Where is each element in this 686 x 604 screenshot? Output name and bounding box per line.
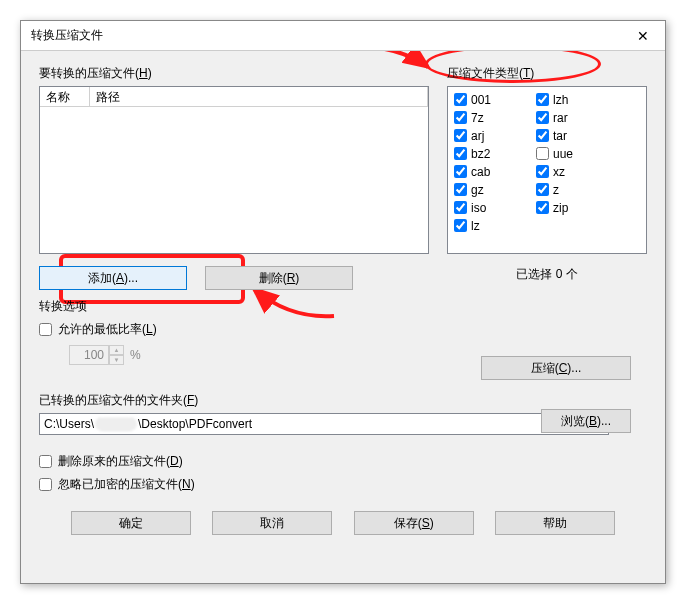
- selected-count: 已选择 0 个: [447, 266, 647, 283]
- type-checkbox-uue[interactable]: [536, 147, 549, 160]
- type-checkbox-7z[interactable]: [454, 111, 467, 124]
- type-item-zip[interactable]: zip: [536, 199, 618, 216]
- min-ratio-label: 允许的最低比率(L): [58, 321, 157, 338]
- type-checkbox-arj[interactable]: [454, 129, 467, 142]
- delete-original-label: 删除原来的压缩文件(D): [58, 453, 183, 470]
- type-label: bz2: [471, 147, 490, 161]
- type-checkbox-xz[interactable]: [536, 165, 549, 178]
- type-checkbox-tar[interactable]: [536, 129, 549, 142]
- type-item-iso[interactable]: iso: [454, 199, 536, 216]
- files-listbox[interactable]: 名称 路径: [39, 86, 429, 254]
- titlebar: 转换压缩文件 ✕: [21, 21, 665, 51]
- type-item-gz[interactable]: gz: [454, 181, 536, 198]
- output-folder-label: 已转换的压缩文件的文件夹(F): [39, 392, 647, 409]
- min-ratio-input[interactable]: [69, 345, 109, 365]
- type-checkbox-rar[interactable]: [536, 111, 549, 124]
- type-checkbox-zip[interactable]: [536, 201, 549, 214]
- spinner-down[interactable]: ▼: [109, 355, 124, 365]
- help-button[interactable]: 帮助: [495, 511, 615, 535]
- add-button[interactable]: 添加(A)...: [39, 266, 187, 290]
- type-label: zip: [553, 201, 568, 215]
- type-label: arj: [471, 129, 484, 143]
- ok-button[interactable]: 确定: [71, 511, 191, 535]
- ignore-encrypted-checkbox[interactable]: [39, 478, 52, 491]
- type-label: tar: [553, 129, 567, 143]
- col-path[interactable]: 路径: [90, 87, 428, 106]
- min-ratio-spinner: ▲ ▼ %: [69, 344, 125, 366]
- type-checkbox-bz2[interactable]: [454, 147, 467, 160]
- type-item-cab[interactable]: cab: [454, 163, 536, 180]
- type-item-001[interactable]: 001: [454, 91, 536, 108]
- type-label: xz: [553, 165, 565, 179]
- percent-label: %: [130, 348, 141, 362]
- type-label: 7z: [471, 111, 484, 125]
- type-checkbox-iso[interactable]: [454, 201, 467, 214]
- redacted-username: [95, 417, 137, 431]
- type-checkbox-cab[interactable]: [454, 165, 467, 178]
- options-label: 转换选项: [39, 298, 647, 315]
- close-button[interactable]: ✕: [620, 21, 665, 51]
- files-to-convert-label: 要转换的压缩文件(H): [39, 65, 429, 82]
- type-item-arj[interactable]: arj: [454, 127, 536, 144]
- type-label: cab: [471, 165, 490, 179]
- type-label: uue: [553, 147, 573, 161]
- dialog-title: 转换压缩文件: [31, 27, 103, 44]
- type-checkbox-lz[interactable]: [454, 219, 467, 232]
- convert-archives-dialog: 全选 转换压缩文件 ✕ 要转换的压缩文件(H) 名称 路径: [20, 20, 666, 584]
- compression-button[interactable]: 压缩(C)...: [481, 356, 631, 380]
- ignore-encrypted-label: 忽略已加密的压缩文件(N): [58, 476, 195, 493]
- type-item-tar[interactable]: tar: [536, 127, 618, 144]
- type-checkbox-lzh[interactable]: [536, 93, 549, 106]
- close-icon: ✕: [637, 28, 649, 44]
- listbox-header: 名称 路径: [40, 87, 428, 107]
- type-item-rar[interactable]: rar: [536, 109, 618, 126]
- type-item-uue[interactable]: uue: [536, 145, 618, 162]
- browse-button[interactable]: 浏览(B)...: [541, 409, 631, 433]
- type-item-z[interactable]: z: [536, 181, 618, 198]
- save-button[interactable]: 保存(S): [354, 511, 474, 535]
- type-item-xz[interactable]: xz: [536, 163, 618, 180]
- type-item-7z[interactable]: 7z: [454, 109, 536, 126]
- type-label: rar: [553, 111, 568, 125]
- type-label: 001: [471, 93, 491, 107]
- cancel-button[interactable]: 取消: [212, 511, 332, 535]
- type-item-bz2[interactable]: bz2: [454, 145, 536, 162]
- type-checkbox-z[interactable]: [536, 183, 549, 196]
- col-name[interactable]: 名称: [40, 87, 90, 106]
- type-label: gz: [471, 183, 484, 197]
- type-checkbox-001[interactable]: [454, 93, 467, 106]
- min-ratio-checkbox[interactable]: [39, 323, 52, 336]
- archive-types-label: 压缩文件类型(T): [447, 65, 647, 82]
- type-label: lzh: [553, 93, 568, 107]
- type-item-lzh[interactable]: lzh: [536, 91, 618, 108]
- type-item-lz[interactable]: lz: [454, 217, 536, 234]
- type-label: iso: [471, 201, 486, 215]
- type-checkbox-gz[interactable]: [454, 183, 467, 196]
- spinner-up[interactable]: ▲: [109, 345, 124, 355]
- delete-original-checkbox[interactable]: [39, 455, 52, 468]
- output-path-input[interactable]: C:\Users\\Desktop\PDFconvert: [39, 413, 609, 435]
- type-label: z: [553, 183, 559, 197]
- archive-types-box: 0017zarjbz2cabgzisolzlzhrartaruuexzzzip: [447, 86, 647, 254]
- remove-button[interactable]: 删除(R): [205, 266, 353, 290]
- type-label: lz: [471, 219, 480, 233]
